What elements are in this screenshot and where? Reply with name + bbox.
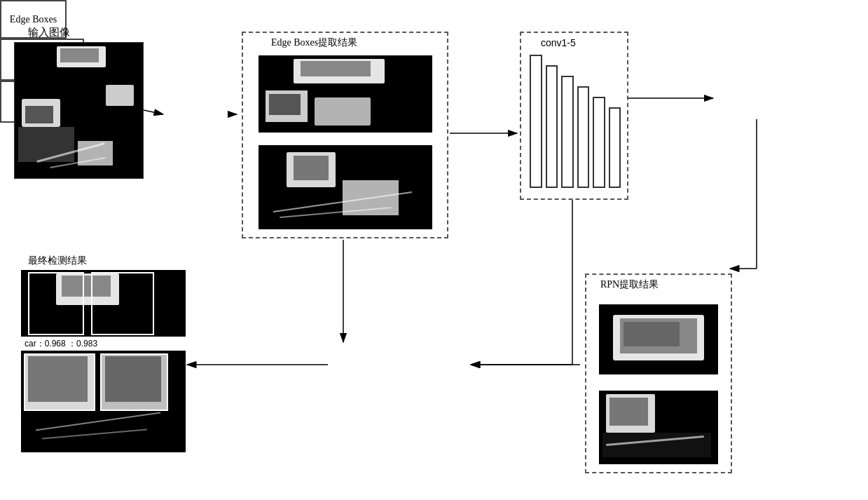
final-image: car：0.968 ：0.983 (21, 270, 186, 452)
edge-boxes-result-box: Edge Boxes提取结果 (242, 32, 448, 238)
conv-box: conv1-5 (520, 32, 628, 200)
conv-col-2 (546, 65, 558, 188)
detected-box-2 (91, 272, 154, 335)
final-result-label: 最终检测结果 (28, 255, 87, 267)
edge-bottom-image (259, 145, 432, 229)
edge-boxes-result-label: Edge Boxes提取结果 (271, 36, 357, 49)
rpn-result-label: RPN提取结果 (600, 278, 659, 291)
conv-columns (530, 55, 621, 188)
conv-col-3 (561, 76, 574, 188)
final-bottom (21, 351, 186, 452)
edge-top-image (259, 55, 432, 133)
car-label-bar: car：0.968 ：0.983 (21, 337, 186, 351)
input-image (14, 42, 144, 179)
input-image-label: 输入图像 (28, 26, 70, 39)
rpn-top-image (599, 304, 718, 374)
input-image-content (15, 43, 143, 178)
detected-box-4 (100, 353, 168, 411)
diagram-container: 输入图像 Edge Boxes Edge Boxes提取结果 conv1-5 (0, 0, 868, 500)
detected-box-1 (28, 272, 84, 335)
conv-col-6 (609, 107, 621, 188)
conv-col-4 (577, 86, 590, 188)
conv-col-1 (530, 55, 542, 188)
rpn-result-box: RPN提取结果 (585, 273, 732, 473)
detected-box-3 (24, 353, 95, 411)
conv-label: conv1-5 (541, 37, 576, 48)
conv-col-5 (593, 97, 605, 188)
edge-boxes-label: Edge Boxes (10, 14, 57, 25)
rpn-bottom-image (599, 391, 718, 464)
final-result-area: 最终检测结果 car：0.968 ：0.983 (21, 270, 186, 452)
svg-line-1 (144, 110, 163, 114)
car-detection-text: car：0.968 ：0.983 (25, 338, 97, 350)
